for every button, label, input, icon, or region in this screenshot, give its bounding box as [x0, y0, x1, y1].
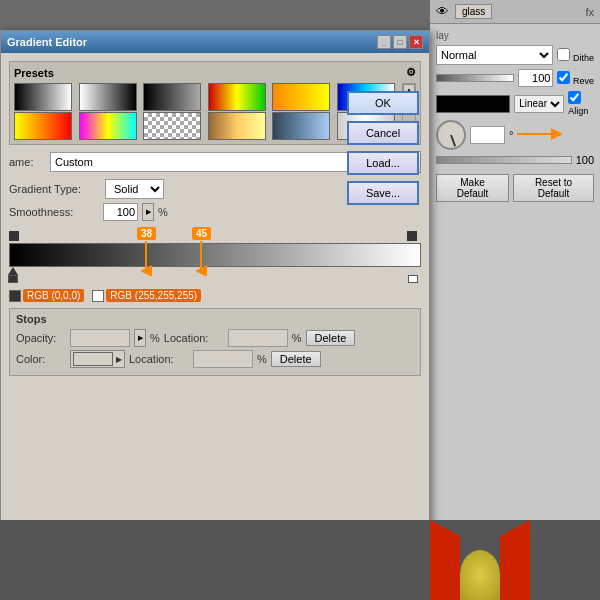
color-stop-right[interactable]	[408, 267, 418, 283]
color-swatch-display[interactable]	[436, 95, 510, 113]
right-panel: 👁 glass fx lay Normal Dithe 100 Reve	[430, 0, 600, 600]
angle-unit: °	[509, 129, 513, 141]
rgb-right-swatch[interactable]	[92, 290, 104, 302]
color-swatch-button[interactable]: ▶	[70, 350, 125, 368]
close-button[interactable]: ✕	[409, 35, 423, 49]
red-shape-left	[430, 520, 460, 600]
rgb-right-group: RGB (255,255,255)	[92, 289, 201, 302]
fx-label: fx	[585, 6, 594, 18]
presets-header: Presets ⚙	[14, 66, 416, 79]
angle-annotation	[517, 124, 567, 146]
color-swatch-preview	[73, 352, 113, 366]
ok-button[interactable]: OK	[347, 91, 419, 115]
preset-gold[interactable]	[208, 112, 266, 140]
opacity-stop-markers	[9, 229, 421, 243]
opacity-stop-row: Opacity: ▶ % Location: % Delete	[16, 329, 414, 347]
save-button[interactable]: Save...	[347, 181, 419, 205]
opacity-stop-left[interactable]	[9, 231, 19, 241]
dither-option: Dithe	[557, 48, 594, 63]
preset-orange[interactable]	[272, 83, 330, 111]
name-input[interactable]	[50, 152, 371, 172]
make-default-button[interactable]: Make Default	[436, 174, 509, 202]
rgb-left-swatch[interactable]	[9, 290, 21, 302]
smoothness-row: Smoothness: ▶ %	[9, 203, 421, 221]
opacity-location-label: Location:	[164, 332, 224, 344]
eye-icon[interactable]: 👁	[436, 4, 449, 19]
preset-checker[interactable]	[143, 112, 201, 140]
window-controls: _ □ ✕	[377, 35, 423, 49]
preset-yellow-red[interactable]	[14, 112, 72, 140]
scale-value: 100	[576, 154, 594, 166]
smoothness-stepper-up[interactable]: ▶	[142, 203, 154, 221]
opacity-input[interactable]: 100	[518, 69, 553, 87]
presets-grid	[14, 83, 400, 140]
gear-icon[interactable]: ⚙	[406, 66, 416, 79]
color-row: Linear Align	[436, 91, 594, 116]
blend-mode-select[interactable]: Normal	[436, 45, 553, 65]
opacity-stop-stepper[interactable]: ▶	[134, 329, 146, 347]
reset-default-button[interactable]: Reset to Default	[513, 174, 594, 202]
gradient-bar-area: 38 45	[9, 229, 421, 302]
minimize-button[interactable]: _	[377, 35, 391, 49]
opacity-stop-input[interactable]	[70, 329, 130, 347]
color-location-label: Location:	[129, 353, 189, 365]
color-location-percent: %	[257, 353, 267, 365]
opacity-row: 100 Reve	[436, 69, 594, 87]
reverse-option: Reve	[557, 71, 594, 86]
angle-row: 70 °	[436, 120, 594, 150]
angle-dial[interactable]	[436, 120, 466, 150]
default-buttons: Make Default Reset to Default	[436, 174, 594, 202]
blend-mode-row: Normal Dithe	[436, 45, 594, 65]
arrow-svg	[517, 124, 567, 144]
opacity-slider[interactable]	[436, 74, 514, 82]
smoothness-input[interactable]	[103, 203, 138, 221]
opacity-stop-label: Opacity:	[16, 332, 66, 344]
preset-steel[interactable]	[272, 112, 330, 140]
scale-slider[interactable]	[436, 156, 572, 164]
preset-rainbow[interactable]	[208, 83, 266, 111]
gradient-bar[interactable]	[9, 243, 421, 267]
opacity-stop-percent: %	[150, 332, 160, 344]
swatch-arrow-icon: ▶	[116, 355, 122, 364]
color-stop-markers	[9, 267, 421, 289]
color-delete-button[interactable]: Delete	[271, 351, 321, 367]
color-stop-left[interactable]	[8, 267, 18, 283]
dither-checkbox[interactable]	[557, 48, 570, 61]
angle-line	[450, 135, 456, 147]
rgb-labels-row: RGB (0,0,0) RGB (255,255,255)	[9, 289, 421, 302]
opacity-location-input[interactable]	[228, 329, 288, 347]
color-location-input[interactable]	[193, 350, 253, 368]
right-panel-header: 👁 glass fx	[430, 0, 600, 24]
align-checkbox[interactable]	[568, 91, 581, 104]
reverse-checkbox[interactable]	[557, 71, 570, 84]
panel-tab: glass	[455, 4, 492, 19]
lay-label: lay	[436, 30, 594, 41]
right-panel-controls: lay Normal Dithe 100 Reve Linear	[430, 24, 600, 208]
preset-bw[interactable]	[14, 83, 72, 111]
color-stop-row: Color: ▶ Location: % Delete	[16, 350, 414, 368]
stops-section: Stops Opacity: ▶ % Location: % Delete Co…	[9, 308, 421, 376]
preset-multi[interactable]	[79, 112, 137, 140]
gradient-editor-window: Gradient Editor _ □ ✕ Presets ⚙	[0, 30, 430, 530]
preset-wb[interactable]	[79, 83, 137, 111]
rgb-left-label: RGB (0,0,0)	[23, 289, 84, 302]
maximize-button[interactable]: □	[393, 35, 407, 49]
bottom-area	[0, 520, 600, 600]
gradient-type-select[interactable]: Solid Noise	[105, 179, 164, 199]
presets-label: Presets	[14, 67, 54, 79]
name-label: ame:	[9, 156, 44, 168]
preset-trans[interactable]	[143, 83, 201, 111]
yellow-object	[460, 550, 500, 600]
opacity-delete-button[interactable]: Delete	[306, 330, 356, 346]
load-button[interactable]: Load...	[347, 151, 419, 175]
style-select[interactable]: Linear	[514, 95, 564, 113]
gradient-type-label: Gradient Type:	[9, 183, 99, 195]
smoothness-percent: %	[158, 206, 168, 218]
cancel-button[interactable]: Cancel	[347, 121, 419, 145]
opacity-stop-right[interactable]	[407, 231, 417, 241]
annotation-45: 45	[192, 227, 211, 240]
stops-header: Stops	[16, 313, 414, 325]
angle-input[interactable]: 70	[470, 126, 505, 144]
red-shape-right	[500, 520, 530, 600]
opacity-location-percent: %	[292, 332, 302, 344]
